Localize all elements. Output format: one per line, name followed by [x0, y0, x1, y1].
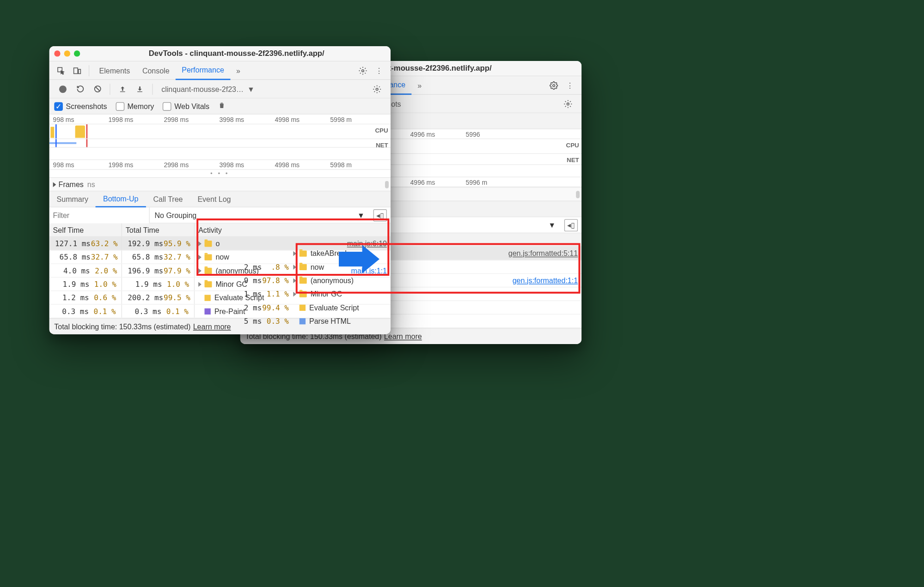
learn-more-link-2[interactable]: Learn more: [384, 332, 422, 341]
filter-input[interactable]: [49, 207, 150, 223]
scrollbar-pill[interactable]: [385, 181, 389, 188]
sidebar-toggle[interactable]: ◂▯: [373, 209, 387, 221]
script-icon: [204, 295, 210, 301]
svg-rect-7: [120, 91, 125, 91]
clear-icon[interactable]: [92, 84, 103, 95]
subtab-eventlog[interactable]: Event Log: [190, 191, 238, 207]
gear-icon[interactable]: [357, 65, 368, 76]
cpu-label-2: CPU: [566, 142, 579, 149]
window-title-1: DevTools - clinquant-mousse-2f2396.netli…: [87, 49, 386, 58]
select-element-icon[interactable]: [55, 65, 67, 76]
tab-performance[interactable]: Performance: [176, 61, 230, 80]
paint-icon: [204, 308, 210, 314]
learn-more-link[interactable]: Learn more: [193, 322, 231, 331]
expand-icon[interactable]: [198, 282, 202, 287]
activity-name: Parse HTML: [309, 317, 578, 326]
svg-point-5: [362, 69, 364, 72]
activity-name: Evaluate Script: [214, 293, 387, 302]
scrollbar-pill-2[interactable]: [576, 191, 580, 198]
svg-point-1: [567, 103, 569, 105]
folder-icon: [204, 281, 212, 287]
activity-name: (anonymous): [215, 266, 351, 275]
disclosure-triangle-icon[interactable]: [53, 182, 56, 187]
activity-name: Pre-Paint: [214, 307, 387, 315]
more-tabs-icon-2[interactable]: »: [414, 80, 425, 91]
timeline-ruler-top: 998 ms1998 ms2998 ms3998 ms4998 ms5998 m: [49, 115, 391, 124]
svg-point-0: [553, 84, 555, 86]
net-label-2: NET: [567, 157, 579, 163]
close-window-icon[interactable]: [54, 50, 60, 56]
sidebar-toggle-2[interactable]: ◂▯: [564, 219, 578, 231]
checkbox-row-1: ✓Screenshots Memory Web Vitals: [49, 98, 391, 115]
filter-row-1: No Grouping▼ ◂▯: [49, 207, 391, 224]
timeline-1[interactable]: 998 ms1998 ms2998 ms3998 ms4998 ms5998 m…: [49, 115, 391, 178]
col-activity[interactable]: Activity: [195, 224, 391, 236]
memory-label: Memory: [127, 102, 154, 111]
toolbar-1: clinquant-mousse-2f23…▼: [49, 80, 391, 98]
activity-name: o: [215, 239, 347, 248]
minimize-window-icon[interactable]: [64, 50, 70, 56]
upload-icon[interactable]: [117, 84, 128, 95]
table-row[interactable]: 1.2 ms0.6 %200.2 ms99.5 %Evaluate Script: [49, 291, 391, 304]
device-toggle-icon[interactable]: [72, 65, 83, 76]
subtab-summary[interactable]: Summary: [49, 191, 96, 207]
col-self-time[interactable]: Self Time: [49, 224, 122, 236]
cpu-lane: CPU: [49, 124, 391, 139]
source-link[interactable]: gen.js:formatted:1:1: [513, 276, 578, 285]
subtab-calltree[interactable]: Call Tree: [146, 191, 190, 207]
folder-icon: [204, 267, 212, 273]
trash-icon[interactable]: [218, 102, 226, 111]
more-tabs-icon[interactable]: »: [233, 65, 244, 76]
expand-icon[interactable]: [198, 254, 202, 260]
folder-icon: [204, 254, 212, 260]
parse-icon: [300, 318, 306, 324]
gear-icon-2[interactable]: [548, 80, 559, 91]
marker-red: [86, 124, 87, 139]
tabbar-1: Elements Console Performance » ⋮: [49, 61, 391, 80]
tab-elements[interactable]: Elements: [93, 61, 136, 80]
tab-console[interactable]: Console: [136, 61, 176, 80]
table-row[interactable]: 0.3 ms0.1 %0.3 ms0.1 %Pre-Paint: [49, 305, 391, 318]
zoom-window-icon[interactable]: [74, 50, 80, 56]
svg-point-9: [376, 88, 378, 90]
col-total-time[interactable]: Total Time: [122, 224, 195, 236]
source-link[interactable]: gen.js:formatted:5:11: [508, 249, 578, 258]
gear-icon-toolbar-2[interactable]: [563, 98, 574, 109]
svg-rect-3: [74, 67, 78, 73]
traffic-lights[interactable]: [54, 50, 80, 56]
svg-rect-4: [79, 69, 81, 73]
grouping-select[interactable]: No Grouping▼: [150, 211, 370, 219]
net-lane: NET: [49, 139, 391, 148]
gear-icon-toolbar[interactable]: [372, 84, 383, 95]
activity-name: Minor GC: [215, 280, 386, 289]
footer-text: Total blocking time: 150.33ms (estimated…: [54, 322, 190, 331]
folder-icon: [204, 240, 212, 246]
subtabs-1: Summary Bottom-Up Call Tree Event Log: [49, 191, 391, 207]
table-row[interactable]: 127.1 ms63.2 %192.9 ms95.9 %omain.js:6:1…: [49, 237, 391, 250]
frames-row-1[interactable]: Frames ns: [49, 178, 391, 191]
download-icon[interactable]: [135, 84, 146, 95]
record-icon[interactable]: [57, 84, 68, 95]
webvitals-checkbox[interactable]: [163, 102, 171, 111]
reload-icon[interactable]: [74, 84, 86, 95]
titlebar-1: DevTools - clinquant-mousse-2f2396.netli…: [49, 46, 391, 61]
kebab-icon-2[interactable]: ⋮: [564, 80, 575, 91]
subtab-bottomup[interactable]: Bottom-Up: [96, 191, 146, 207]
screenshots-checkbox[interactable]: ✓: [54, 102, 63, 111]
timeline-ruler-bottom: 998 ms1998 ms2998 ms3998 ms4998 ms5998 m: [49, 160, 391, 170]
screenshots-label: Screenshots: [66, 102, 107, 111]
expand-icon[interactable]: [198, 241, 202, 246]
marker-blue: [55, 124, 56, 139]
svg-rect-8: [137, 91, 142, 91]
memory-checkbox[interactable]: [116, 102, 124, 111]
expand-icon[interactable]: [198, 268, 202, 273]
webvitals-label: Web Vitals: [174, 102, 209, 111]
kebab-icon[interactable]: ⋮: [373, 65, 385, 76]
table-row[interactable]: 1.9 ms1.0 %1.9 ms1.0 %Minor GC: [49, 278, 391, 291]
url-dropdown[interactable]: clinquant-mousse-2f23…▼: [161, 85, 255, 93]
